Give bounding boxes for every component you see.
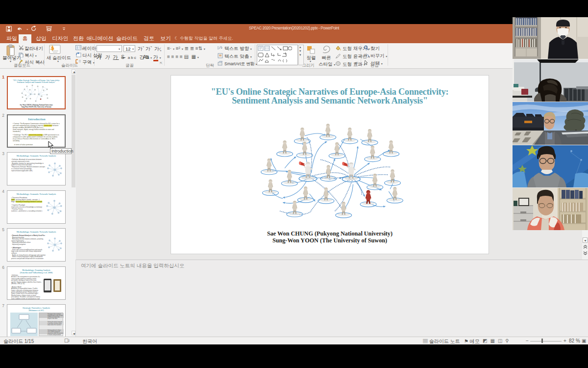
svg-text:가: 가 [364,53,368,57]
